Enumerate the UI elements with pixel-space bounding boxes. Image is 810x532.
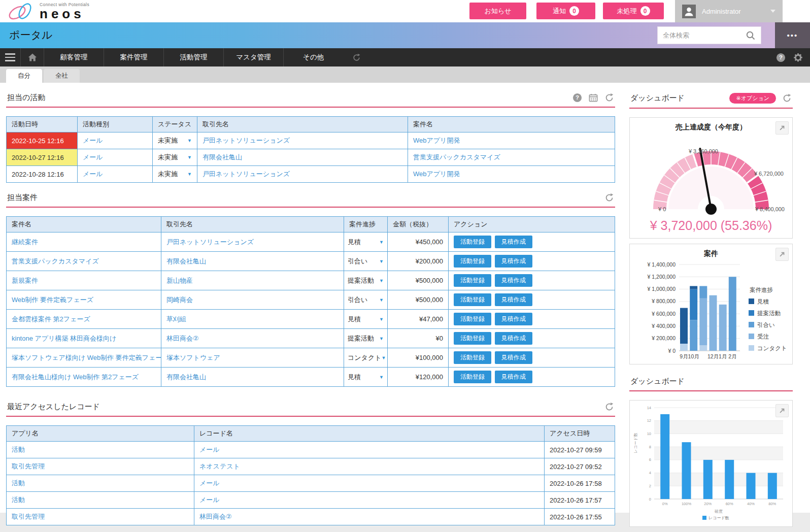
register-activity-button[interactable]: 活動登録	[454, 351, 491, 364]
create-quote-button[interactable]: 見積作成	[495, 371, 532, 383]
case-link[interactable]: 営業支援パックカスタマイズ	[12, 257, 99, 265]
register-activity-button[interactable]: 活動登録	[454, 255, 491, 268]
nav-item-customer-mgmt[interactable]: 顧客管理	[44, 48, 104, 66]
home-button[interactable]	[20, 48, 44, 66]
search-input[interactable]	[658, 31, 740, 39]
record-link[interactable]: ネオステスト	[199, 462, 240, 470]
client-link[interactable]: 岡崎商会	[166, 296, 193, 304]
refresh-icon[interactable]	[352, 53, 361, 62]
create-quote-button[interactable]: 見積作成	[495, 236, 532, 248]
case-link[interactable]: kintone アプリ構築 林田商会様向け	[12, 335, 116, 342]
create-quote-button[interactable]: 見積作成	[495, 293, 532, 306]
case-link[interactable]: 営業支援パックカスタマイズ	[413, 153, 500, 161]
refresh-icon[interactable]	[782, 93, 792, 103]
refresh-icon[interactable]	[604, 193, 614, 203]
gear-icon[interactable]	[793, 53, 803, 62]
case-link[interactable]: 有限会社亀山様向け Web制作 第2フェーズ	[12, 373, 139, 381]
register-activity-button[interactable]: 活動登録	[454, 313, 491, 325]
create-quote-button[interactable]: 見積作成	[495, 332, 532, 345]
svg-text:2月: 2月	[728, 353, 736, 359]
pending-button[interactable]: 未処理 0	[603, 3, 664, 19]
case-link[interactable]: Web制作 要件定義フェーズ	[12, 296, 93, 304]
nav-item-activity-mgmt[interactable]: 活動管理	[163, 48, 223, 66]
activity-type-link[interactable]: メール	[83, 137, 103, 144]
more-options-button[interactable]: •••	[775, 22, 810, 48]
status-dropdown[interactable]: 未実施▼	[158, 153, 192, 162]
case-link[interactable]: 金都雲様案件 第2フェーズ	[12, 315, 90, 323]
case-link[interactable]: Webアプリ開発	[413, 137, 460, 144]
refresh-icon[interactable]	[604, 402, 614, 412]
neos-logo: Connect with Potentials neos	[5, 1, 89, 22]
svg-text:12月: 12月	[707, 353, 719, 359]
record-link[interactable]: メール	[199, 496, 220, 504]
client-link[interactable]: 戸田ネットソリューションズ	[166, 238, 254, 246]
status-dropdown[interactable]: 未実施▼	[158, 170, 192, 179]
case-link[interactable]: 継続案件	[12, 238, 38, 246]
activity-type-link[interactable]: メール	[83, 153, 103, 161]
create-quote-button[interactable]: 見積作成	[495, 255, 532, 268]
case-link[interactable]: Webアプリ開発	[413, 170, 460, 178]
nav-item-other[interactable]: その他	[283, 48, 343, 66]
app-link[interactable]: 取引先管理	[12, 513, 45, 520]
register-activity-button[interactable]: 活動登録	[454, 236, 491, 248]
register-activity-button[interactable]: 活動登録	[454, 293, 491, 306]
progress-dropdown[interactable]: 引合い▼	[348, 295, 384, 305]
search-button[interactable]	[740, 27, 761, 44]
app-link[interactable]: 活動	[12, 446, 25, 453]
record-link[interactable]: メール	[199, 479, 220, 487]
app-link[interactable]: 活動	[12, 479, 25, 487]
create-quote-button[interactable]: 見積作成	[495, 274, 532, 287]
progress-dropdown[interactable]: 見積▼	[348, 315, 384, 324]
client-link[interactable]: 有限会社亀山	[166, 257, 206, 265]
status-dropdown[interactable]: 未実施▼	[158, 136, 192, 145]
progress-dropdown[interactable]: 提案活動▼	[348, 334, 384, 343]
tab-mine[interactable]: 自分	[6, 69, 42, 83]
case-link[interactable]: 新規案件	[12, 277, 38, 284]
table-row: 新規案件 新山物産 提案活動▼ ¥500,000 活動登録 見積作成	[7, 271, 615, 290]
progress-dropdown[interactable]: 提案活動▼	[348, 276, 384, 285]
notifications-button[interactable]: 通知 0	[536, 3, 595, 19]
register-activity-button[interactable]: 活動登録	[454, 371, 491, 383]
client-link[interactable]: 草刈組	[166, 315, 186, 323]
activity-type-link[interactable]: メール	[83, 170, 103, 178]
help-icon[interactable]: ?	[572, 93, 582, 103]
user-menu[interactable]: Administrator	[675, 0, 783, 22]
client-link[interactable]: 新山物産	[166, 277, 193, 284]
progress-dropdown[interactable]: 見積▼	[348, 238, 384, 247]
nav-item-master-mgmt[interactable]: マスタ管理	[223, 48, 283, 66]
progress-dropdown[interactable]: 見積▼	[348, 373, 384, 382]
expand-icon[interactable]	[775, 404, 789, 417]
svg-text:¥ 1,200,000: ¥ 1,200,000	[647, 274, 676, 280]
amount-cell: ¥47,000	[388, 310, 449, 329]
register-activity-button[interactable]: 活動登録	[454, 274, 491, 287]
app-link[interactable]: 活動	[12, 496, 25, 504]
register-activity-button[interactable]: 活動登録	[454, 332, 491, 345]
svg-text:コンタクト: コンタクト	[757, 345, 787, 351]
help-icon[interactable]: ?	[776, 53, 786, 62]
client-link[interactable]: 有限会社亀山	[166, 373, 206, 381]
expand-icon[interactable]	[775, 248, 789, 261]
client-link[interactable]: 戸田ネットソリューションズ	[203, 137, 290, 144]
expand-icon[interactable]	[775, 121, 789, 135]
client-link[interactable]: 戸田ネットソリューションズ	[203, 170, 290, 178]
tab-company[interactable]: 全社	[44, 69, 80, 83]
progress-dropdown[interactable]: 引合い▼	[348, 257, 384, 266]
client-link[interactable]: 林田商会②	[166, 335, 199, 342]
create-quote-button[interactable]: 見積作成	[495, 351, 532, 364]
record-chart-card: 024681012140%100%20%60%40%80%確度レコード数レコード…	[629, 400, 793, 527]
calendar-icon[interactable]	[588, 93, 598, 103]
client-link[interactable]: 有限会社亀山	[203, 153, 242, 161]
create-quote-button[interactable]: 見積作成	[495, 313, 532, 325]
announcements-button[interactable]: お知らせ	[469, 3, 526, 19]
client-link[interactable]: 塚本ソフトウェア	[166, 354, 220, 361]
svg-text:レコード数: レコード数	[708, 516, 729, 520]
case-link[interactable]: 塚本ソフトウェア様向け Web制作 要件定義フェーズ	[12, 354, 161, 361]
record-link[interactable]: メール	[199, 446, 220, 453]
app-link[interactable]: 取引先管理	[12, 462, 45, 470]
hamburger-menu-icon[interactable]	[0, 48, 20, 66]
progress-dropdown[interactable]: コンタクト▼	[348, 353, 384, 362]
record-link[interactable]: 林田商会②	[199, 513, 232, 520]
global-search	[657, 26, 761, 44]
refresh-icon[interactable]	[604, 93, 614, 103]
nav-item-case-mgmt[interactable]: 案件管理	[104, 48, 163, 66]
